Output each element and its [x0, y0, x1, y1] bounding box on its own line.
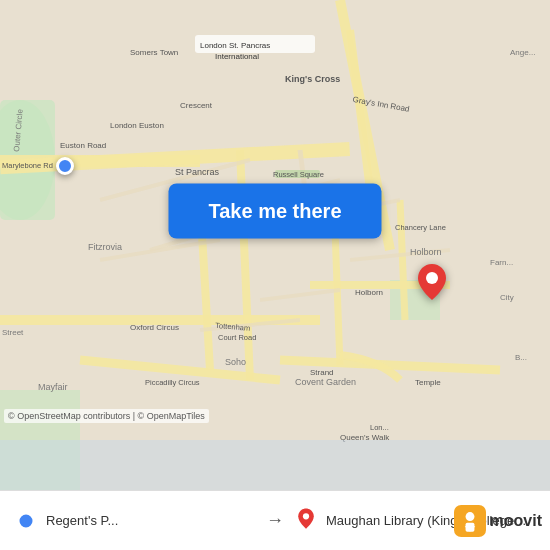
svg-line-11 [400, 200, 405, 320]
svg-text:Crescent: Crescent [180, 101, 213, 110]
svg-text:Mayfair: Mayfair [38, 382, 68, 392]
svg-text:Farn...: Farn... [490, 258, 513, 267]
svg-text:Soho: Soho [225, 357, 246, 367]
svg-text:Holborn: Holborn [410, 247, 442, 257]
svg-text:Marylebone Rd: Marylebone Rd [2, 161, 53, 170]
svg-rect-56 [0, 440, 550, 490]
take-me-there-button[interactable]: Take me there [168, 183, 381, 238]
svg-text:Temple: Temple [415, 378, 441, 387]
direction-arrow-icon: → [266, 510, 284, 531]
svg-text:Covent Garden: Covent Garden [295, 377, 356, 387]
svg-text:Court Road: Court Road [218, 333, 256, 342]
destination-marker [418, 264, 446, 304]
svg-text:Lon...: Lon... [370, 423, 389, 432]
svg-text:Euston Road: Euston Road [60, 141, 106, 150]
svg-point-65 [465, 512, 474, 521]
map-copyright: © OpenStreetMap contributors | © OpenMap… [4, 409, 209, 423]
svg-text:Holborn: Holborn [355, 288, 383, 297]
moovit-logo-icon [454, 505, 486, 537]
svg-text:City: City [500, 293, 514, 302]
svg-line-15 [335, 230, 340, 365]
footer-origin: Regent's P... [12, 507, 258, 535]
origin-label: Regent's P... [46, 513, 118, 528]
svg-point-61 [426, 272, 438, 284]
svg-text:Strand: Strand [310, 368, 334, 377]
svg-text:B...: B... [515, 353, 527, 362]
svg-text:Piccadilly Circus: Piccadilly Circus [145, 378, 200, 387]
map-container: Outer Circle Euston Road Crescent Somers… [0, 0, 550, 490]
footer-bar: Regent's P... → Maughan Library (King's … [0, 490, 550, 550]
svg-text:International: International [215, 52, 259, 61]
svg-text:Chancery Lane: Chancery Lane [395, 223, 446, 232]
svg-text:Street: Street [2, 328, 24, 337]
svg-text:Fitzrovia: Fitzrovia [88, 242, 122, 252]
moovit-logo: moovit [454, 505, 542, 537]
svg-text:Ange...: Ange... [510, 48, 535, 57]
svg-text:London Euston: London Euston [110, 121, 164, 130]
origin-icon [12, 507, 40, 535]
svg-text:St Pancras: St Pancras [175, 167, 220, 177]
svg-point-62 [18, 513, 34, 529]
svg-text:Somers Town: Somers Town [130, 48, 178, 57]
moovit-label: moovit [490, 512, 542, 530]
svg-text:Oxford Circus: Oxford Circus [130, 323, 179, 332]
svg-text:Russell Square: Russell Square [273, 170, 324, 179]
destination-icon [292, 507, 320, 535]
svg-point-63 [303, 513, 309, 519]
svg-text:London St. Pancras: London St. Pancras [200, 41, 270, 50]
origin-marker [56, 157, 74, 175]
svg-text:King's Cross: King's Cross [285, 74, 340, 84]
